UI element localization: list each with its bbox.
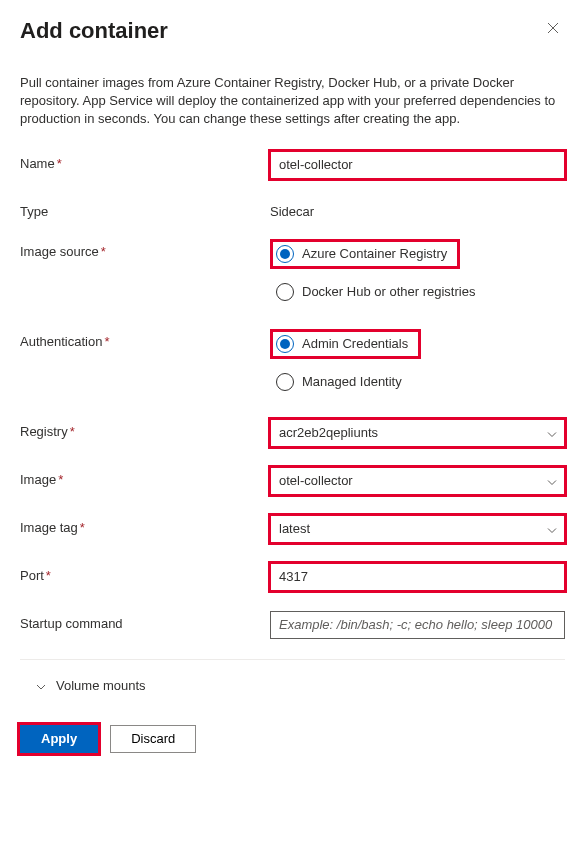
radio-icon	[276, 373, 294, 391]
label-image-source: Image source*	[20, 239, 270, 259]
radio-label-dockerhub: Docker Hub or other registries	[302, 284, 475, 299]
volume-mounts-expander[interactable]: Volume mounts	[20, 674, 565, 697]
radio-acr[interactable]: Azure Container Registry	[270, 239, 565, 269]
label-registry: Registry*	[20, 419, 270, 439]
type-value: Sidecar	[270, 199, 565, 219]
label-image: Image*	[20, 467, 270, 487]
apply-button[interactable]: Apply	[20, 725, 98, 753]
radio-dockerhub[interactable]: Docker Hub or other registries	[270, 283, 565, 301]
label-startup: Startup command	[20, 611, 270, 631]
close-button[interactable]	[541, 18, 565, 40]
discard-button[interactable]: Discard	[110, 725, 196, 753]
row-startup: Startup command	[20, 611, 565, 639]
label-image-tag: Image tag*	[20, 515, 270, 535]
label-port: Port*	[20, 563, 270, 583]
label-authentication: Authentication*	[20, 329, 270, 349]
radio-icon	[276, 283, 294, 301]
row-image-tag: Image tag*	[20, 515, 565, 543]
row-image-source: Image source* Azure Container Registry D…	[20, 239, 565, 301]
radio-managed-identity[interactable]: Managed Identity	[270, 373, 565, 391]
radio-icon	[276, 245, 294, 263]
chevron-down-icon	[36, 678, 46, 693]
radio-icon	[276, 335, 294, 353]
image-tag-select[interactable]	[270, 515, 565, 543]
radio-label-managed: Managed Identity	[302, 374, 402, 389]
port-input[interactable]	[270, 563, 565, 591]
name-input[interactable]	[270, 151, 565, 179]
panel-description: Pull container images from Azure Contain…	[20, 74, 565, 129]
close-icon	[547, 22, 559, 34]
divider	[20, 659, 565, 660]
row-image: Image*	[20, 467, 565, 495]
row-registry: Registry*	[20, 419, 565, 447]
startup-input[interactable]	[270, 611, 565, 639]
panel-header: Add container	[20, 18, 565, 44]
row-name: Name*	[20, 151, 565, 179]
panel-title: Add container	[20, 18, 168, 44]
image-select[interactable]	[270, 467, 565, 495]
action-bar: Apply Discard	[20, 725, 565, 753]
registry-select[interactable]	[270, 419, 565, 447]
label-name: Name*	[20, 151, 270, 171]
radio-label-admin: Admin Credentials	[302, 336, 408, 351]
radio-admin-creds[interactable]: Admin Credentials	[270, 329, 565, 359]
row-type: Type Sidecar	[20, 199, 565, 219]
label-type: Type	[20, 199, 270, 219]
radio-label-acr: Azure Container Registry	[302, 246, 447, 261]
row-port: Port*	[20, 563, 565, 591]
row-authentication: Authentication* Admin Credentials Manage…	[20, 329, 565, 391]
volume-mounts-label: Volume mounts	[56, 678, 146, 693]
